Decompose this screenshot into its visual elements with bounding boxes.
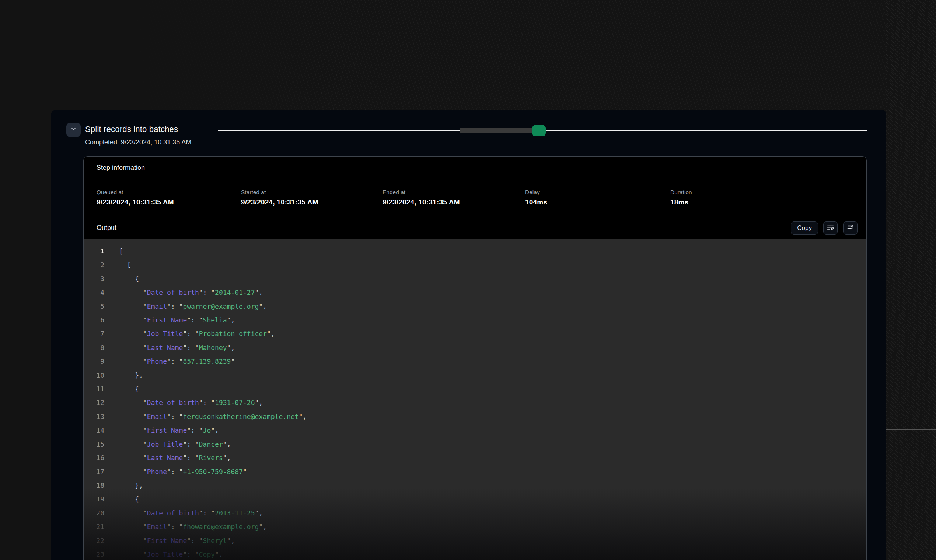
line-number: 8 — [84, 341, 104, 354]
line-number: 11 — [84, 382, 104, 396]
code-line: 2 [ — [84, 258, 866, 272]
output-header: Output Copy — [84, 216, 866, 240]
code-line: 18 }, — [84, 478, 866, 492]
code-line: 6 "First Name": "Shelia", — [84, 313, 866, 327]
code-line: 5 "Email": "pwarner@example.org", — [84, 300, 866, 313]
info-label: Duration — [670, 189, 866, 195]
info-field: Ended at 9/23/2024, 10:31:35 AM — [382, 189, 525, 206]
line-number: 7 — [84, 327, 104, 340]
line-content: { — [119, 272, 139, 286]
info-field: Delay 104ms — [525, 189, 670, 206]
background-vertical-line — [212, 0, 213, 110]
step-title: Split records into batches — [85, 125, 178, 134]
code-line: 1 [ — [84, 244, 866, 258]
background-texture-top — [111, 0, 886, 110]
line-number: 12 — [84, 396, 104, 409]
code-line: 8 "Last Name": "Mahoney", — [84, 341, 866, 354]
line-content: { — [119, 492, 139, 506]
code-line: 9 "Phone": "857.139.8239" — [84, 354, 866, 368]
line-number: 22 — [84, 534, 104, 548]
line-content: "Phone": "857.139.8239" — [119, 354, 235, 368]
code-line: 4 "Date of birth": "2014-01-27", — [84, 286, 866, 299]
info-value: 9/23/2024, 10:31:35 AM — [382, 198, 525, 206]
step-status-line: Completed: 9/23/2024, 10:31:35 AM — [85, 138, 191, 146]
line-number: 13 — [84, 410, 104, 423]
timeline-handle[interactable] — [532, 125, 546, 136]
info-value: 18ms — [670, 198, 866, 206]
line-content: }, — [119, 368, 143, 382]
code-line: 10 }, — [84, 368, 866, 382]
chevron-down-icon — [70, 126, 77, 134]
code-line: 14 "First Name": "Jo", — [84, 423, 866, 437]
info-label: Ended at — [382, 189, 525, 195]
line-content: "First Name": "Jo", — [119, 423, 219, 437]
output-title: Output — [97, 224, 791, 232]
step-information-header: Step information — [84, 157, 866, 179]
info-field: Duration 18ms — [670, 189, 866, 206]
info-label: Delay — [525, 189, 670, 195]
background-hairline-left — [0, 151, 51, 151]
line-content: [ — [119, 258, 131, 272]
line-content: "Job Title": "Probation officer", — [119, 327, 275, 340]
code-line: 21 "Email": "fhoward@example.org", — [84, 520, 866, 534]
line-number: 3 — [84, 272, 104, 286]
timeline-range-bar[interactable] — [460, 128, 537, 133]
line-content: "Date of birth": "2014-01-27", — [119, 286, 263, 299]
step-collapse-button[interactable] — [66, 123, 81, 137]
line-number: 6 — [84, 313, 104, 327]
line-content: "Last Name": "Mahoney", — [119, 341, 235, 354]
line-content: "First Name": "Sheryl", — [119, 534, 235, 548]
code-line: 22 "First Name": "Sheryl", — [84, 534, 866, 548]
line-number: 21 — [84, 520, 104, 534]
code-line: 19 { — [84, 492, 866, 506]
line-content: "First Name": "Shelia", — [119, 313, 235, 327]
line-number: 1 — [84, 244, 104, 258]
code-line: 12 "Date of birth": "1931-07-26", — [84, 396, 866, 409]
line-number: 15 — [84, 437, 104, 451]
background-texture-right — [886, 0, 936, 560]
code-line: 20 "Date of birth": "2013-11-25", — [84, 506, 866, 520]
code-lines: 1 [ 2 [ 3 { 4 "Date of birth": "2014-01-… — [84, 244, 866, 560]
line-content: "Phone": "+1-950-759-8687" — [119, 465, 247, 478]
code-line: 7 "Job Title": "Probation officer", — [84, 327, 866, 340]
line-number: 20 — [84, 506, 104, 520]
code-line: 13 "Email": "fergusonkatherine@example.n… — [84, 410, 866, 423]
line-number: 14 — [84, 423, 104, 437]
info-label: Queued at — [97, 189, 241, 195]
line-number: 5 — [84, 300, 104, 313]
line-number: 9 — [84, 354, 104, 368]
line-content: "Email": "pwarner@example.org", — [119, 300, 267, 313]
output-code-viewer[interactable]: 1 [ 2 [ 3 { 4 "Date of birth": "2014-01-… — [84, 240, 866, 560]
line-content: "Job Title": "Copy", — [119, 548, 223, 560]
step-info-row: Queued at 9/23/2024, 10:31:35 AM Started… — [84, 179, 866, 216]
code-line: 17 "Phone": "+1-950-759-8687" — [84, 465, 866, 478]
info-value: 9/23/2024, 10:31:35 AM — [241, 198, 382, 206]
copy-button[interactable]: Copy — [791, 222, 818, 235]
wrap-text-icon — [827, 223, 834, 232]
line-number: 16 — [84, 451, 104, 465]
info-field: Queued at 9/23/2024, 10:31:35 AM — [97, 189, 241, 206]
line-number: 10 — [84, 368, 104, 382]
line-number: 17 — [84, 465, 104, 478]
line-content: }, — [119, 478, 143, 492]
line-content: "Email": "fergusonkatherine@example.net"… — [119, 410, 306, 423]
line-number: 23 — [84, 548, 104, 560]
code-line: 11 { — [84, 382, 866, 396]
line-number: 4 — [84, 286, 104, 299]
step-information-card: Step information Queued at 9/23/2024, 10… — [83, 156, 867, 560]
line-number: 18 — [84, 478, 104, 492]
code-line: 15 "Job Title": "Dancer", — [84, 437, 866, 451]
info-value: 104ms — [525, 198, 670, 206]
step-detail-panel: Split records into batches Completed: 9/… — [51, 110, 886, 560]
info-field: Started at 9/23/2024, 10:31:35 AM — [241, 189, 382, 206]
scroll-to-top-button[interactable] — [843, 222, 857, 235]
line-content: "Job Title": "Dancer", — [119, 437, 231, 451]
line-content: "Email": "fhoward@example.org", — [119, 520, 267, 534]
line-content: { — [119, 382, 139, 396]
background-hairline-right — [886, 429, 936, 430]
line-content: "Date of birth": "1931-07-26", — [119, 396, 263, 409]
code-line: 23 "Job Title": "Copy", — [84, 548, 866, 560]
wrap-text-button[interactable] — [823, 222, 837, 235]
code-line: 16 "Last Name": "Rivers", — [84, 451, 866, 465]
line-content: "Date of birth": "2013-11-25", — [119, 506, 263, 520]
